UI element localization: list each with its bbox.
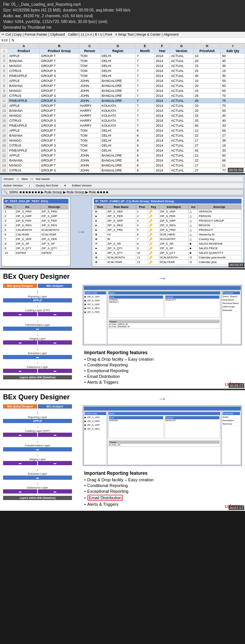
right-col-key: Key [148, 205, 159, 209]
features-title-1: Important Reporting features [84, 350, 242, 355]
tree-item-2-3: ▶ ZIP_S_GRP [85, 423, 106, 427]
cell-r23-c1: GROUP T [40, 158, 79, 163]
bex-screenshot-2: InfoProvider ▶ ZIP_S_VER ▶ ZIP_S_PRD ▶ Z… [83, 405, 242, 466]
cell-r22-c1: GROUP T [40, 153, 79, 158]
rules-right-panel: IP_TEST_CUBE1 (IP_C1) Rule Group: Standa… [92, 197, 243, 266]
row-num-7: 7 [0, 78, 8, 83]
edited-version-label: Edited Version [72, 184, 92, 187]
left-col-pos: Pos. [4, 205, 15, 209]
excel-col-month: Month [136, 49, 155, 54]
loading-layer-group-2: Loading Layer (DTP) ▬ ▬ [3, 430, 72, 438]
cell-r2-c0: APPLE [8, 54, 40, 59]
cell-r21-c7: 42 [193, 148, 220, 153]
excel-col-region: Region [100, 49, 136, 54]
cell-r9-c7: 15 [193, 88, 220, 93]
left-rule-row-9: 10DATEMDATEM [4, 251, 69, 255]
datasource-box-1: ▬ [3, 369, 37, 373]
transformation-layer-group: Transformation Layer ▬ [3, 324, 72, 331]
cell-r21-c0: PINEAPPLE [8, 148, 40, 153]
cell-r18-c8: 27 [221, 133, 245, 138]
datasource-box-2: ▬ [38, 369, 72, 373]
cell-r5-c6: ACTUAL [170, 69, 193, 74]
version-status-bar: Active Version | Do(es) Not Exist ♦ Edit… [2, 183, 243, 188]
cell-r12-c7: 10 [193, 103, 220, 108]
cell-r15-c0: CITRUS [8, 118, 40, 123]
rules-left-panel: IP_TEST_DS1 (IP_TEST_DS1) Pos. Ke. Descr… [2, 197, 70, 266]
reporting-layer-group-2: Reporting Layer APPLE [3, 416, 72, 423]
cell-r24-c3: BANGALORE [100, 163, 136, 168]
extraction-box: ▬ [3, 355, 72, 359]
cell-r21-c2: TOM [79, 148, 100, 153]
feature-item: Email Distribution [84, 374, 242, 379]
cell-r15-c2: HARRY [79, 118, 100, 123]
datasource-box-2-2: ▬ [38, 489, 72, 494]
row-num-21: 21 [0, 148, 8, 153]
cell-r14-c2: HARRY [79, 113, 100, 118]
cell-r24-c8: 21 [221, 163, 245, 168]
cell-r17-c5: 2014 [154, 128, 170, 133]
cell-r25-c1: GROUP S [40, 168, 79, 173]
cell-r6-c0: PINEAPPLE [8, 74, 40, 78]
cell-r4-c6: ACTUAL [170, 64, 193, 69]
bex-query-header-2: Query [108, 412, 220, 415]
feature-item: Alerts & Triggers [84, 380, 242, 384]
tree-item-2-4: ▶ ZIP_S_REG [85, 427, 106, 431]
cell-r13-c2: HARRY [79, 108, 100, 113]
cell-r14-c1: GROUP T [40, 113, 79, 118]
loading-box-1: ▬ [3, 312, 37, 316]
bex-analyzer-btn-2[interactable]: BEx Analyzer [38, 404, 72, 409]
excel-col-price: Price/Unit [193, 49, 220, 54]
cell-r3-c3: DELHI [100, 59, 136, 64]
left-rule-row-1: 2ZIP_S_GRPZIP_S_GRP [4, 214, 69, 219]
cell-r6-c4: 7 [136, 74, 155, 78]
cell-r15-c6: ACTUAL [170, 118, 193, 123]
bex-title-2: BEx Query Designer [3, 393, 80, 401]
cell-r18-c0: BANANA [8, 133, 40, 138]
bex-title-1: BEx Query Designer [3, 273, 80, 281]
right-rule-row-9: ►ZIP_S_QTY10🔑ZIP_S_QTY■SALES QUANTITY [94, 251, 242, 255]
cell-r10-c6: ACTUAL [170, 93, 193, 98]
cell-r11-c3: BANGALORE [100, 98, 136, 103]
bex-section-1: BEx Query Designer BEx Query Designer BE… [0, 270, 245, 389]
cell-r17-c4: 8 [136, 128, 155, 133]
cell-r11-c4: 7 [136, 98, 155, 103]
cell-r25-c6: ACTUAL [170, 168, 193, 173]
bex-props-header-2: Properties [222, 412, 240, 415]
cell-r7-c4: 7 [136, 78, 155, 83]
prop-item-2-1: Query [222, 415, 240, 419]
right-rule-row-0: ►ZIP_S_VER1🔑ZIP_S_VER△VERSION [94, 209, 242, 214]
cell-r17-c1: GROUP T [40, 128, 79, 133]
cell-r24-c2: JOHN [79, 163, 100, 168]
checkbox-not-saved: □ [31, 177, 33, 181]
cell-r21-c3: DELHI [100, 148, 136, 153]
cell-r18-c1: GROUP T [40, 133, 79, 138]
cell-r25-c4: 8 [136, 168, 155, 173]
bex-tree-header: InfoProvider [85, 291, 106, 294]
rules-section: Version ○ New □ Not saved Active Version… [0, 175, 245, 268]
row-num-17: 17 [0, 128, 8, 133]
highlighted-feature: Email Distribution [87, 495, 123, 501]
bex-preview-2: Preview ACTUAL | 60 [108, 440, 220, 447]
row-num-11: 11 [0, 98, 8, 103]
cell-r16-c0: PINEAPPLE [8, 123, 40, 128]
bex-query-btn[interactable]: BEx Query Designer [3, 284, 37, 288]
cell-r19-c8: 38 [221, 138, 245, 143]
layers-bw-label: Layers within BW (Dataflow) [3, 375, 72, 379]
cell-r20-c6: ACTUAL [170, 143, 193, 148]
cell-r4-c4: 7 [136, 64, 155, 69]
cell-r5-c8: 15 [221, 69, 245, 74]
file-info-line2: Size: 44192996 bytes (42.15 MiB), durati… [3, 7, 242, 13]
not-saved-label: Not saved [36, 177, 49, 181]
tree-item-3: ▶ ZIP_S_GRP [85, 302, 106, 306]
cell-r3-c7: 20 [193, 59, 220, 64]
extraction-layer-group-2: Extraction Layer ▬ [3, 472, 72, 480]
cell-r10-c0: CITRUS [8, 93, 40, 98]
cell-r22-c8: 60 [221, 153, 245, 158]
prop-item-2: Description: [222, 298, 240, 302]
cell-r18-c5: 2014 [154, 133, 170, 138]
bex-query-btn-2[interactable]: BEx Query Designer [3, 404, 37, 409]
arrow-down-3: ↓ [3, 319, 72, 323]
bex-analyzer-btn[interactable]: BEx Analyzer [38, 284, 72, 288]
cell-r22-c6: ACTUAL [170, 153, 193, 158]
toolbar-buttons: ■ ■ ■ ■ ■ ■ ■ ▶ Rule Group ▶ Rule Group … [20, 190, 108, 194]
